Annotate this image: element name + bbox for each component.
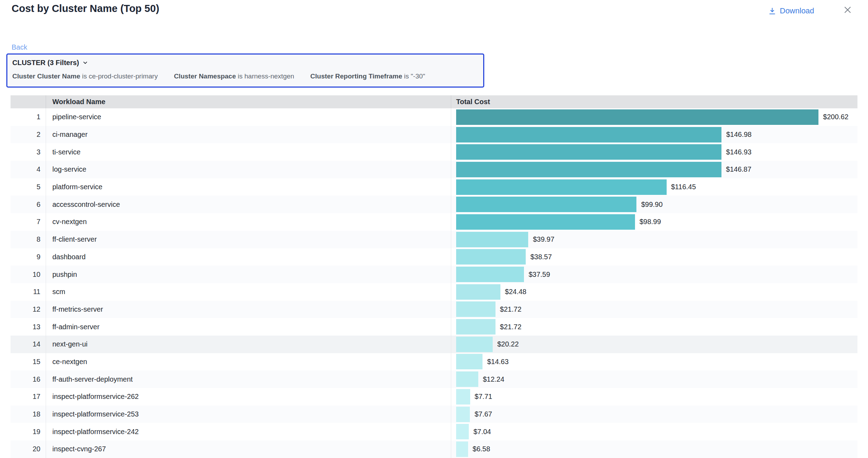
row-rank: 10	[11, 266, 46, 283]
close-icon[interactable]	[843, 5, 853, 15]
cost-value-label: $21.72	[500, 305, 522, 313]
table-row[interactable]: 20inspect-cvng-267$6.58	[11, 440, 857, 458]
workload-cost-table: Workload Name Total Cost 1pipeline-servi…	[11, 95, 857, 458]
table-row[interactable]: 10pushpin$37.59	[11, 266, 857, 283]
filter-field: Cluster Reporting Timeframe	[310, 72, 402, 80]
cost-bar[interactable]	[456, 319, 495, 335]
cost-cell: $12.24	[451, 370, 857, 388]
row-rank: 2	[11, 126, 46, 144]
workload-name: ce-nextgen	[46, 353, 451, 371]
filter-conditions: Cluster Cluster Name is ce-prod-cluster-…	[12, 72, 478, 80]
table-row[interactable]: 8ff-client-server$39.97	[11, 231, 857, 248]
page-title: Cost by Cluster Name (Top 50)	[12, 3, 159, 14]
cost-value-label: $98.99	[640, 218, 661, 226]
workload-name: accesscontrol-service	[46, 196, 451, 213]
cost-bar[interactable]	[456, 354, 482, 369]
table-row[interactable]: 14next-gen-ui$20.22	[11, 336, 857, 353]
table-row[interactable]: 2ci-manager$146.98	[11, 126, 857, 144]
total-cost-column-header[interactable]: Total Cost	[451, 95, 857, 108]
table-row[interactable]: 17inspect-platformservice-262$7.71	[11, 388, 857, 406]
cost-cell: $20.22	[451, 336, 857, 353]
workload-name: pushpin	[46, 266, 451, 283]
row-rank: 12	[11, 301, 46, 318]
cost-bar[interactable]	[456, 232, 528, 247]
cost-bar[interactable]	[456, 249, 526, 265]
cost-bar[interactable]	[456, 284, 500, 300]
table-row[interactable]: 9dashboard$38.57	[11, 248, 857, 266]
row-rank: 6	[11, 196, 46, 213]
table-row[interactable]: 12ff-metrics-server$21.72	[11, 301, 857, 318]
cost-value-label: $146.98	[726, 131, 751, 139]
filter-value: is ce-prod-cluster-primary	[80, 72, 158, 80]
cost-cell: $7.04	[451, 423, 857, 440]
cost-bar[interactable]	[456, 162, 721, 177]
back-link[interactable]: Back	[12, 43, 27, 51]
filter-box: CLUSTER (3 Filters) Cluster Cluster Name…	[6, 53, 484, 88]
row-rank: 14	[11, 336, 46, 353]
filter-condition[interactable]: Cluster Namespace is harness-nextgen	[174, 72, 294, 80]
workload-name: scm	[46, 283, 451, 301]
cost-bar[interactable]	[456, 424, 469, 439]
cost-bar[interactable]	[456, 197, 636, 212]
cost-value-label: $24.48	[505, 288, 526, 296]
cost-value-label: $37.59	[529, 271, 550, 279]
workload-name-column-header[interactable]: Workload Name	[46, 95, 451, 108]
table-row[interactable]: 3ti-service$146.93	[11, 143, 857, 161]
cost-value-label: $7.71	[475, 393, 492, 401]
filter-condition[interactable]: Cluster Cluster Name is ce-prod-cluster-…	[12, 72, 158, 80]
cost-bar[interactable]	[456, 127, 721, 142]
cost-bar[interactable]	[456, 441, 468, 457]
table-row[interactable]: 11scm$24.48	[11, 283, 857, 301]
filter-value: is harness-nextgen	[236, 72, 294, 80]
cost-by-cluster-panel: Cost by Cluster Name (Top 50) Download B…	[0, 0, 868, 458]
cost-bar[interactable]	[456, 144, 721, 160]
cost-bar[interactable]	[456, 337, 493, 352]
table-row[interactable]: 13ff-admin-server$21.72	[11, 318, 857, 336]
cost-bar[interactable]	[456, 267, 524, 282]
workload-name: ff-metrics-server	[46, 301, 451, 318]
cost-bar[interactable]	[456, 109, 818, 125]
cost-value-label: $20.22	[497, 340, 519, 348]
cost-value-label: $39.97	[533, 235, 554, 243]
table-row[interactable]: 4log-service$146.87	[11, 161, 857, 178]
table-row[interactable]: 6accesscontrol-service$99.90	[11, 196, 857, 213]
row-rank: 13	[11, 318, 46, 336]
table-row[interactable]: 19inspect-platformservice-242$7.04	[11, 423, 857, 440]
table-row[interactable]: 18inspect-platformservice-253$7.67	[11, 406, 857, 423]
download-button[interactable]: Download	[768, 6, 814, 15]
cost-cell: $37.59	[451, 266, 857, 283]
cost-value-label: $146.93	[726, 148, 751, 156]
cost-bar[interactable]	[456, 214, 635, 230]
cost-cell: $200.62	[451, 108, 857, 126]
table-row[interactable]: 1pipeline-service$200.62	[11, 108, 857, 126]
download-label: Download	[780, 6, 814, 15]
cost-cell: $116.45	[451, 178, 857, 196]
cost-bar[interactable]	[456, 179, 667, 195]
table-body: 1pipeline-service$200.622ci-manager$146.…	[11, 108, 857, 458]
cost-value-label: $7.04	[473, 428, 491, 436]
table-row[interactable]: 7cv-nextgen$98.99	[11, 213, 857, 231]
cost-value-label: $116.45	[671, 183, 696, 191]
workload-name: pipeline-service	[46, 108, 451, 126]
filter-field: Cluster Namespace	[174, 72, 236, 80]
table-row[interactable]: 15ce-nextgen$14.63	[11, 353, 857, 371]
filter-condition[interactable]: Cluster Reporting Timeframe is "-30"	[310, 72, 425, 80]
table-row[interactable]: 16ff-auth-server-deployment$12.24	[11, 370, 857, 388]
cost-cell: $7.71	[451, 388, 857, 406]
cost-value-label: $38.57	[530, 253, 552, 261]
cost-bar[interactable]	[456, 407, 470, 422]
cost-cell: $21.72	[451, 318, 857, 336]
filter-group-toggle[interactable]: CLUSTER (3 Filters)	[12, 59, 478, 67]
row-rank: 1	[11, 108, 46, 126]
filter-group-label: CLUSTER (3 Filters)	[12, 59, 79, 67]
table-row[interactable]: 5platform-service$116.45	[11, 178, 857, 196]
cost-bar[interactable]	[456, 301, 495, 317]
cost-cell: $98.99	[451, 213, 857, 231]
cost-cell: $38.57	[451, 248, 857, 266]
cost-bar[interactable]	[456, 389, 470, 405]
download-icon	[768, 7, 777, 15]
cost-bar[interactable]	[456, 371, 478, 387]
cost-value-label: $21.72	[500, 323, 522, 331]
row-rank: 15	[11, 353, 46, 371]
row-rank: 8	[11, 231, 46, 248]
